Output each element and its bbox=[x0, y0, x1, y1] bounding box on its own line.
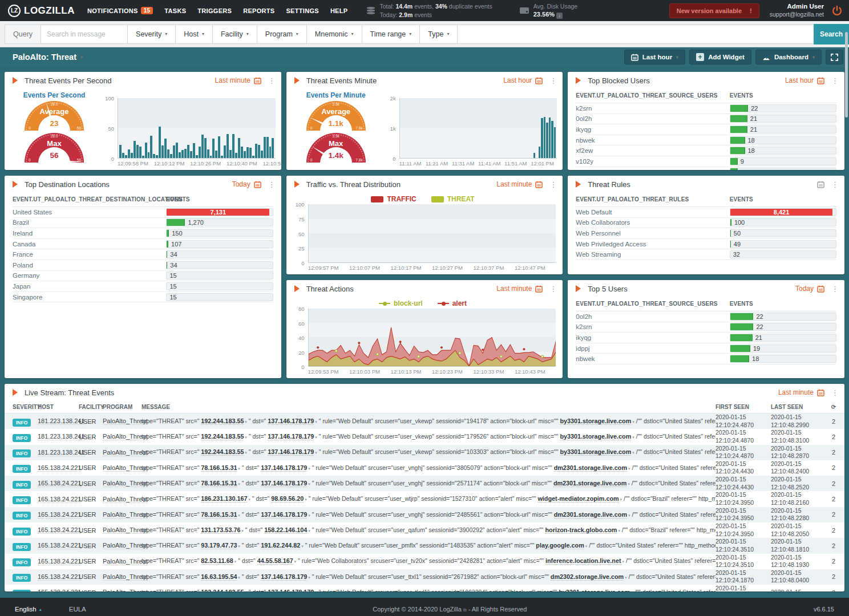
table-row[interactable]: ikyqg21 bbox=[576, 124, 836, 135]
logzilla-logo[interactable]: LZ LOGZILLA bbox=[8, 5, 75, 17]
live-stream-row[interactable]: INFO181.223.138.241USERPaloAlto_Threatty… bbox=[5, 429, 844, 444]
filter-mnemonic[interactable]: Mnemonic▾ bbox=[307, 25, 362, 43]
message-token[interactable]: 137.146.178.179 bbox=[268, 433, 314, 440]
refresh-icon[interactable]: ⟳ bbox=[826, 404, 841, 410]
widget-menu-icon[interactable]: ⋮ bbox=[268, 76, 276, 85]
table-row[interactable]: Web Collaborators100 bbox=[576, 218, 836, 229]
widget-menu-icon[interactable]: ⋮ bbox=[549, 76, 557, 85]
fullscreen-button[interactable] bbox=[826, 50, 843, 64]
widget-time-range[interactable]: Today bbox=[795, 285, 824, 293]
table-row[interactable]: Brazil1,270 bbox=[13, 218, 273, 229]
table-row[interactable]: nbwek18 bbox=[576, 354, 836, 364]
message-token[interactable]: by3301.storage.live.com bbox=[559, 589, 630, 591]
message-token[interactable]: 192.244.183.55 bbox=[201, 418, 244, 425]
message-token[interactable]: 158.22.146.104 bbox=[264, 526, 307, 534]
live-stream-row[interactable]: INFO165.138.24.221USERPaloAlto_Threattyp… bbox=[5, 491, 844, 506]
play-icon[interactable] bbox=[294, 77, 300, 84]
add-widget-button[interactable]: + Add Widget bbox=[689, 50, 751, 64]
message-token[interactable]: 192.244.183.55 bbox=[201, 448, 244, 456]
widget-time-range[interactable] bbox=[817, 181, 824, 188]
host-cell[interactable]: 165.138.24.221 bbox=[38, 542, 81, 549]
live-stream-row[interactable]: INFO165.138.24.221USERPaloAlto_Threattyp… bbox=[5, 476, 844, 491]
host-cell[interactable]: 165.138.24.221 bbox=[38, 464, 81, 472]
user-info[interactable]: Admin User support@logzilla.net bbox=[770, 2, 824, 19]
play-icon[interactable] bbox=[13, 77, 18, 84]
nav-item-triggers[interactable]: TRIGGERS bbox=[197, 7, 232, 14]
widget-time-range[interactable]: Last minute bbox=[778, 388, 824, 396]
message-token[interactable]: 137.146.178.179 bbox=[261, 511, 307, 518]
logout-power-icon[interactable] bbox=[831, 5, 843, 17]
play-icon[interactable] bbox=[576, 181, 581, 188]
play-icon[interactable] bbox=[576, 77, 581, 84]
play-icon[interactable] bbox=[576, 285, 581, 292]
message-token[interactable]: 191.62.244.82 bbox=[261, 542, 300, 549]
widget-menu-icon[interactable]: ⋮ bbox=[831, 76, 839, 85]
message-token[interactable]: 93.179.47.73 bbox=[201, 542, 237, 549]
host-cell[interactable]: 181.223.138.241 bbox=[38, 418, 85, 425]
table-row[interactable]: Web Personnel50 bbox=[576, 228, 836, 239]
play-icon[interactable] bbox=[294, 181, 300, 188]
widget-time-range[interactable]: Last hour bbox=[503, 76, 543, 84]
message-token[interactable]: 192.244.183.55 bbox=[201, 433, 244, 440]
table-row[interactable]: 0ol2h22 bbox=[576, 311, 836, 322]
nav-item-reports[interactable]: REPORTS bbox=[243, 7, 274, 14]
message-token[interactable]: 137.146.178.179 bbox=[268, 418, 314, 425]
download-icon[interactable]: ↓ bbox=[556, 13, 563, 19]
message-token[interactable]: 137.146.178.179 bbox=[261, 573, 307, 581]
message-token[interactable]: widget-mediator.zopim.com bbox=[537, 495, 618, 502]
message-token[interactable]: dm2301.storage.live.com bbox=[554, 511, 627, 518]
widget-menu-icon[interactable]: ⋮ bbox=[831, 180, 839, 189]
time-range-button[interactable]: Last hour ▾ bbox=[624, 50, 685, 64]
message-token[interactable]: 137.146.178.179 bbox=[261, 464, 307, 472]
table-row[interactable]: v102y9 bbox=[576, 156, 836, 167]
host-cell[interactable]: 165.138.24.221 bbox=[38, 496, 81, 503]
table-row[interactable]: 0ol2h21 bbox=[576, 114, 836, 125]
widget-time-range[interactable]: Last hour bbox=[785, 76, 824, 84]
table-row[interactable]: Japan15 bbox=[13, 281, 273, 292]
live-stream-row[interactable]: INFO181.223.138.241USERPaloAlto_Threatty… bbox=[5, 445, 844, 460]
host-cell[interactable]: 181.223.138.241 bbox=[38, 433, 85, 440]
live-stream-row[interactable]: INFO165.138.24.221USERPaloAlto_Threattyp… bbox=[5, 569, 844, 585]
host-cell[interactable]: 165.138.24.221 bbox=[38, 573, 81, 581]
table-row[interactable]: Ireland150 bbox=[13, 228, 273, 239]
message-token[interactable]: 137.146.178.179 bbox=[268, 589, 314, 591]
play-icon[interactable] bbox=[294, 285, 300, 292]
message-token[interactable]: 137.146.178.179 bbox=[268, 448, 314, 456]
message-token[interactable]: by3301.storage.live.com bbox=[560, 433, 631, 440]
live-stream-row[interactable]: INFO165.138.24.221USERPaloAlto_Threattyp… bbox=[5, 507, 844, 522]
table-row[interactable]: idppj19 bbox=[576, 343, 836, 354]
live-stream-row[interactable]: INFO165.138.24.221USERPaloAlto_Threattyp… bbox=[5, 538, 844, 553]
table-row[interactable]: Canada107 bbox=[13, 239, 273, 250]
host-cell[interactable]: 165.138.24.221 bbox=[38, 589, 81, 591]
search-button[interactable]: Search bbox=[814, 24, 849, 44]
widget-time-range[interactable]: Today bbox=[232, 180, 261, 188]
message-token[interactable]: dm2302.storage.live.com bbox=[551, 573, 624, 581]
live-stream-row[interactable]: INFO181.223.138.241USERPaloAlto_Threatty… bbox=[5, 414, 844, 429]
table-row[interactable]: France34 bbox=[13, 249, 273, 260]
nav-item-settings[interactable]: SETTINGS bbox=[286, 7, 318, 14]
language-selector[interactable]: English▴ bbox=[15, 606, 42, 613]
filter-type[interactable]: Type▾ bbox=[420, 25, 458, 43]
nav-item-tasks[interactable]: TASKS bbox=[164, 7, 186, 14]
filter-facility[interactable]: Facility▾ bbox=[213, 25, 257, 43]
host-cell[interactable]: 165.138.24.221 bbox=[38, 511, 81, 518]
widget-menu-icon[interactable]: ⋮ bbox=[549, 285, 557, 293]
table-row[interactable] bbox=[576, 167, 836, 170]
live-stream-row[interactable]: INFO165.138.24.221USERPaloAlto_Threattyp… bbox=[5, 554, 844, 569]
message-token[interactable]: 78.166.15.31 bbox=[201, 511, 237, 518]
table-row[interactable]: Singapore15 bbox=[13, 292, 273, 303]
legend-item-traffic[interactable]: TRAFFIC bbox=[371, 195, 416, 203]
table-row[interactable]: xf2ew18 bbox=[576, 145, 836, 156]
message-token[interactable]: 192.244.183.55 bbox=[201, 589, 244, 591]
message-token[interactable]: dm2301.storage.live.com bbox=[553, 480, 626, 487]
filter-severity[interactable]: Severity▾ bbox=[128, 25, 176, 43]
message-token[interactable]: 131.173.53.76 bbox=[201, 526, 240, 534]
live-stream-row[interactable]: INFO165.138.24.221USERPaloAlto_Threattyp… bbox=[5, 585, 844, 591]
message-token[interactable]: horizon-track.globo.com bbox=[545, 526, 617, 534]
widget-time-range[interactable]: Last minute bbox=[215, 76, 261, 84]
nav-item-notifications[interactable]: NOTIFICATIONS15 bbox=[87, 7, 153, 14]
live-stream-row[interactable]: INFO165.138.24.221USERPaloAlto_Threattyp… bbox=[5, 460, 844, 476]
table-row[interactable]: Web Default8,421 bbox=[576, 207, 836, 218]
table-row[interactable]: ikyqg21 bbox=[576, 333, 836, 343]
nav-item-help[interactable]: HELP bbox=[330, 7, 348, 14]
